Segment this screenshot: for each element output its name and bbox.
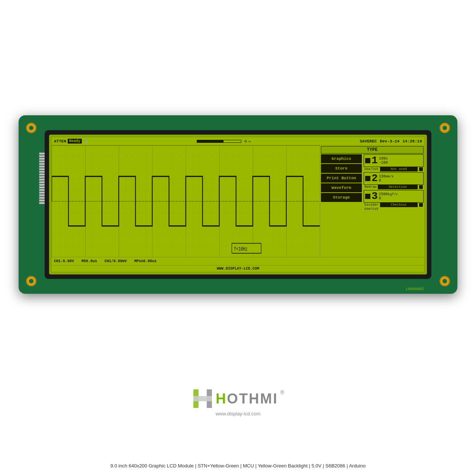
logo-website: www.display-lcd.com (216, 411, 261, 416)
row2-label1: Redraw (364, 185, 376, 189)
row3-labels: Divider Checkout (364, 203, 424, 207)
data-panel: Graphics Store Print Button Waveform Sto… (321, 154, 424, 211)
pin (39, 173, 45, 176)
pin (39, 171, 45, 173)
website-bar: WWW.DISPLAY-LCD.COM (52, 265, 424, 272)
row1-val1: 100% (379, 157, 388, 161)
row1-label1: Use/cut (364, 167, 379, 171)
pin (39, 163, 45, 165)
website-label: WWW.DISPLAY-LCD.COM (217, 267, 259, 271)
atten-label: ATTEN (54, 139, 66, 144)
status-middle: ◇ ▭ (89, 138, 358, 144)
row1-val2: -100 (379, 161, 388, 165)
row2-val2: 0 (379, 178, 394, 183)
row3-square (365, 194, 370, 199)
progress-bar (197, 140, 241, 143)
diamond-icon: ◇ (244, 138, 247, 144)
svg-rect-7 (193, 396, 212, 401)
store-button[interactable]: Store (321, 164, 362, 173)
pin (39, 189, 45, 191)
pin (39, 168, 45, 170)
time-label: 14:26:16 (402, 139, 422, 144)
ch1-value: CH1-5.00V (54, 259, 74, 263)
row2-label2[interactable]: Detection (378, 185, 418, 189)
ready-badge: Ready (68, 139, 82, 144)
logo-graphic: HOTHMI ® (192, 388, 284, 409)
print-button-btn[interactable]: Print Button (321, 174, 362, 183)
connector-pins (39, 152, 45, 204)
row2-index: 2 (372, 173, 378, 184)
logo-area: HOTHMI ® www.display-lcd.com (192, 388, 284, 416)
tool-icon: 🔧 (83, 139, 88, 144)
numbers-section: 1 100% -100 Use/cut Not used (363, 154, 424, 211)
row3-divider-labels: Use/cut (364, 207, 424, 211)
lcd-module: ATTEN Ready 🔧 ◇ ▭ SAVEREC Dev-3-14 14:26… (45, 130, 431, 279)
row3-sq (419, 203, 423, 207)
pin (39, 184, 45, 186)
waveform-button[interactable]: Waveform (321, 183, 362, 192)
mount-hole-br (440, 276, 450, 286)
waveform-area: f<10Hz (52, 145, 320, 257)
row1-sq (419, 167, 423, 171)
date-label: Dev-3-14 (380, 139, 399, 144)
hothmi-logo-icon (192, 388, 213, 409)
pcb-board: L04004602 ATTEN Ready 🔧 ◇ ▭ (19, 115, 457, 294)
svg-text:f<10Hz: f<10Hz (234, 246, 247, 253)
saverec-area: SAVEREC Dev-3-14 14:26:16 (360, 139, 422, 144)
row1-label2[interactable]: Not used (380, 167, 418, 171)
pin (39, 155, 45, 157)
mpos-value: MPos0.00us (134, 259, 157, 263)
row2-labels: Redraw Detection (364, 185, 424, 189)
row2-val1: 130mm/s (379, 174, 394, 178)
pin (39, 186, 45, 189)
logo-text: HOTHMI (216, 392, 278, 406)
pin (39, 202, 45, 204)
ch1-2-value: CH1/0.00mV (104, 259, 127, 263)
product-description: 9.0 inch 640x200 Graphic LCD Module | ST… (110, 463, 366, 469)
pin (39, 160, 45, 163)
mount-hole-tl (26, 123, 36, 133)
type-header: TYPE (321, 146, 424, 154)
row1-labels: Use/cut Not used (364, 167, 424, 171)
data-row-1: 1 100% -100 Use/cut Not used (364, 154, 424, 171)
pin (39, 194, 45, 196)
pin (39, 199, 45, 202)
graphics-button[interactable]: Graphics (321, 154, 362, 163)
pin (39, 178, 45, 181)
mount-hole-tr (440, 123, 450, 133)
pin (39, 192, 45, 194)
menu-buttons: Graphics Store Print Button Waveform Sto… (321, 154, 362, 211)
lcd-content: ATTEN Ready 🔧 ◇ ▭ SAVEREC Dev-3-14 14:26… (51, 137, 425, 272)
row3-index: 3 (372, 191, 378, 202)
row3-divider: Use/cut (364, 207, 379, 211)
pin (39, 176, 45, 178)
data-row-2: 2 130mm/s 0 Redraw Detection (364, 172, 424, 189)
row2-values: 130mm/s 0 (379, 174, 394, 183)
m-value: M50.0us (81, 259, 97, 263)
row1-square (365, 158, 370, 163)
board-label: L04004602 (406, 287, 424, 291)
box-icon: ▭ (248, 139, 251, 144)
row3-label2[interactable]: Checkout (380, 203, 418, 207)
pin (39, 165, 45, 168)
pin (39, 158, 45, 160)
lcd-screen: ATTEN Ready 🔧 ◇ ▭ SAVEREC Dev-3-14 14:26… (49, 135, 427, 274)
status-bar: ATTEN Ready 🔧 ◇ ▭ SAVEREC Dev-3-14 14:26… (52, 137, 424, 145)
row3-values: 2500kgf/c 0 (379, 192, 398, 200)
pin (39, 197, 45, 199)
registered-mark: ® (280, 389, 284, 395)
pin (39, 181, 45, 183)
saverec-label: SAVEREC (360, 139, 377, 144)
bottom-bar: CH1-5.00V M50.0us CH1/0.00mV MPos0.00us (52, 257, 424, 265)
row3-label1: Divider (364, 203, 379, 207)
storage-button[interactable]: Storage (321, 193, 362, 202)
row3-val1: 2500kgf/c (379, 192, 398, 196)
row3-val2: 0 (379, 196, 398, 200)
row1-index: 1 (372, 155, 378, 166)
row2-sq (419, 185, 423, 189)
mount-hole-bl (26, 276, 36, 286)
right-panel: TYPE Graphics Store Print Button Wavefor… (320, 145, 424, 257)
progress-fill (197, 140, 223, 142)
row2-square (365, 176, 370, 181)
row1-values: 100% -100 (379, 157, 388, 165)
